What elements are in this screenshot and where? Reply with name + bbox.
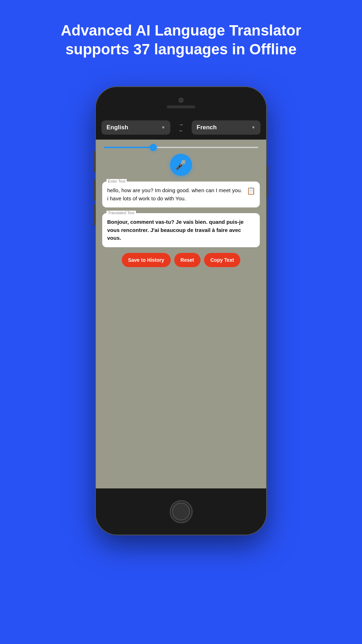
input-text-box: Enter Text hello, how are you? Im doing … bbox=[102, 182, 260, 207]
phone-camera bbox=[179, 98, 183, 103]
slider-thumb[interactable] bbox=[150, 144, 157, 151]
home-button[interactable] bbox=[170, 500, 193, 523]
app-content: 🎤 Enter Text hello, how are you? Im doin… bbox=[96, 140, 266, 488]
target-language-label: French bbox=[197, 124, 217, 131]
copy-text-button[interactable]: Copy Text bbox=[204, 253, 241, 267]
source-language-selector[interactable]: English ▼ bbox=[102, 120, 170, 135]
home-button-inner bbox=[172, 503, 190, 520]
microphone-icon: 🎤 bbox=[175, 159, 187, 171]
swap-languages-button[interactable]: → ← bbox=[174, 120, 188, 135]
phone-frame: English ▼ → ← French ▼ bbox=[96, 87, 266, 535]
phone-top bbox=[96, 87, 266, 115]
source-chevron-icon: ▼ bbox=[161, 125, 165, 130]
input-text-content[interactable]: hello, how are you? Im doing good. when … bbox=[107, 186, 255, 202]
page-title: Advanced AI Language Translator supports… bbox=[21, 21, 341, 59]
slider-container bbox=[102, 147, 260, 148]
source-language-label: English bbox=[106, 124, 128, 131]
target-chevron-icon: ▼ bbox=[251, 125, 256, 130]
action-buttons: Save to History Reset Copy Text bbox=[102, 253, 260, 267]
reset-button[interactable]: Reset bbox=[174, 253, 201, 267]
clipboard-icon[interactable]: 📋 bbox=[247, 186, 256, 195]
language-bar: English ▼ → ← French ▼ bbox=[96, 115, 266, 140]
slider-track bbox=[104, 147, 258, 148]
phone-speaker bbox=[167, 105, 195, 108]
slider-fill bbox=[104, 147, 153, 148]
phone-screen: English ▼ → ← French ▼ bbox=[96, 115, 266, 488]
enter-text-label: Enter Text bbox=[106, 179, 127, 183]
translated-text-box: Translated Text Bonjour, comment vas-tu?… bbox=[102, 213, 260, 247]
save-to-history-button[interactable]: Save to History bbox=[122, 253, 171, 267]
phone-bottom bbox=[96, 488, 266, 535]
microphone-button[interactable]: 🎤 bbox=[170, 154, 192, 176]
translated-text-label: Translated Text bbox=[106, 211, 136, 215]
translated-text-content: Bonjour, comment vas-tu? Je vais bien. q… bbox=[107, 218, 255, 242]
target-language-selector[interactable]: French ▼ bbox=[192, 120, 260, 135]
swap-arrow-left-icon: ← bbox=[179, 128, 183, 133]
swap-arrow-right-icon: → bbox=[179, 122, 183, 127]
